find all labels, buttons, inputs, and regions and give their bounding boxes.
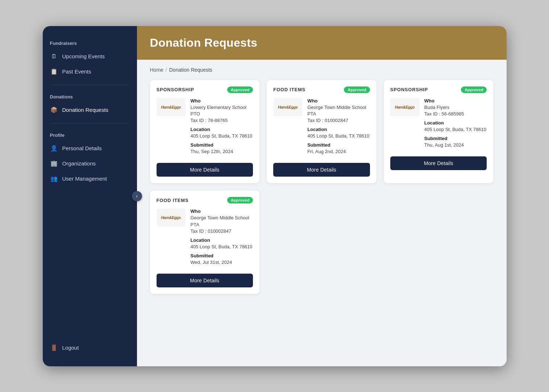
card-1-logo: Ham&Eggs bbox=[157, 98, 186, 116]
card-1-more-details-button[interactable]: More Details bbox=[157, 163, 253, 177]
card-2-type: FOOD ITEMS bbox=[273, 87, 305, 92]
card-2-who-label: Who bbox=[307, 98, 370, 104]
card-3-location-label: Location bbox=[424, 120, 487, 126]
card-1-body: Ham&Eggs Who Lowery Elementary School PT… bbox=[157, 98, 253, 158]
sidebar-item-personal-details[interactable]: 👤 Personal Details bbox=[43, 141, 137, 156]
breadcrumb-separator: / bbox=[166, 67, 167, 73]
card-2-location-value: 405 Loop St, Buda, TX 78610 bbox=[307, 133, 370, 139]
card-4-badge: Approved bbox=[227, 197, 253, 203]
card-2-badge: Approved bbox=[344, 87, 370, 93]
breadcrumb-current: Donation Requests bbox=[169, 67, 212, 73]
donation-card-2: FOOD ITEMS Approved Ham&Eggs Who George … bbox=[267, 80, 377, 184]
cards-grid: SPONSORSHIP Approved Ham&Eggs Who Lowery… bbox=[150, 80, 494, 184]
card-1-type: SPONSORSHIP bbox=[157, 87, 194, 92]
card-4-who-value: George Town Middle School PTA Tax ID : 0… bbox=[191, 215, 253, 235]
sidebar-bottom: 🚪 Logout bbox=[43, 340, 137, 359]
breadcrumb-home[interactable]: Home bbox=[150, 67, 163, 73]
sidebar-item-past-events[interactable]: 📋 Past Events bbox=[43, 64, 137, 79]
sidebar-item-label: Donation Requests bbox=[62, 107, 109, 113]
card-1-submitted-value: Thu, Sep 12th, 2024 bbox=[191, 148, 253, 155]
card-3-location-value: 405 Loop St, Buda, TX 78610 bbox=[424, 126, 487, 133]
card-4-logo: Ham&Eggs bbox=[157, 208, 186, 227]
card-3-logo: Ham&Eggs bbox=[390, 98, 419, 116]
card-2-submitted-value: Fri, Aug 2nd, 2024 bbox=[307, 148, 370, 155]
calendar-icon: 🗓 bbox=[50, 52, 58, 60]
section-label-profile: Profile bbox=[43, 132, 137, 141]
section-label-donations: Donations bbox=[43, 94, 137, 102]
card-3-submitted-value: Thu, Aug 1st, 2024 bbox=[424, 142, 487, 148]
card-3-badge: Approved bbox=[461, 87, 487, 93]
personal-details-icon: 👤 bbox=[50, 144, 58, 152]
sidebar-item-label: Past Events bbox=[62, 68, 91, 75]
donation-card-4: FOOD ITEMS Approved Ham&Eggs Who George … bbox=[150, 190, 260, 294]
app-wrapper: Fundraisers 🗓 Upcoming Events 📋 Past Eve… bbox=[43, 26, 507, 366]
card-3-who-label: Who bbox=[424, 98, 487, 104]
card-1-submitted-label: Submitted bbox=[191, 142, 253, 148]
main-content: Donation Requests Home / Donation Reques… bbox=[137, 26, 507, 366]
card-2-who-value: George Town Middle School PTA Tax ID : 0… bbox=[307, 104, 370, 124]
sidebar-section-donations: Donations 📦 Donation Requests bbox=[43, 90, 137, 118]
sidebar-item-user-management[interactable]: 👥 User Management bbox=[43, 171, 137, 186]
card-4-who-label: Who bbox=[191, 208, 253, 214]
card-4-type: FOOD ITEMS bbox=[157, 198, 189, 203]
card-3-body: Ham&Eggs Who Buda Flyers Tax ID : 56-685… bbox=[390, 98, 487, 152]
card-2-body: Ham&Eggs Who George Town Middle School P… bbox=[273, 98, 370, 158]
card-2-more-details-button[interactable]: More Details bbox=[273, 163, 370, 177]
card-2-submitted-label: Submitted bbox=[307, 142, 370, 148]
card-4-location-value: 405 Loop St, Buda, TX 78610 bbox=[191, 244, 253, 250]
sidebar-item-label: User Management bbox=[62, 176, 107, 182]
logout-icon: 🚪 bbox=[50, 344, 58, 352]
sidebar-item-logout[interactable]: 🚪 Logout bbox=[43, 340, 137, 355]
card-3-more-details-button[interactable]: More Details bbox=[390, 156, 487, 170]
card-4-location-label: Location bbox=[191, 237, 253, 243]
card-3-who-value: Buda Flyers Tax ID : 56-685985 bbox=[424, 104, 487, 117]
card-1-location-label: Location bbox=[191, 127, 253, 132]
card-1-header: SPONSORSHIP Approved bbox=[157, 87, 253, 93]
card-3-header: SPONSORSHIP Approved bbox=[390, 87, 487, 93]
donation-card-1: SPONSORSHIP Approved Ham&Eggs Who Lowery… bbox=[150, 80, 260, 184]
past-events-icon: 📋 bbox=[50, 68, 58, 76]
card-4-more-details-button[interactable]: More Details bbox=[157, 274, 253, 287]
sidebar-item-label: Logout bbox=[62, 345, 79, 351]
divider-2 bbox=[50, 123, 130, 123]
breadcrumb: Home / Donation Requests bbox=[150, 67, 494, 73]
sidebar-collapse-button[interactable]: ‹ bbox=[132, 191, 142, 201]
sidebar-section-profile: Profile 👤 Personal Details 🏢 Organizatio… bbox=[43, 129, 137, 186]
card-4-header: FOOD ITEMS Approved bbox=[157, 197, 253, 203]
sidebar-item-organizations[interactable]: 🏢 Organizations bbox=[43, 156, 137, 171]
donation-requests-icon: 📦 bbox=[50, 106, 58, 114]
organizations-icon: 🏢 bbox=[50, 160, 58, 168]
card-1-who-label: Who bbox=[191, 98, 253, 104]
card-3-info: Who Buda Flyers Tax ID : 56-685985 Locat… bbox=[424, 98, 487, 152]
sidebar-item-label: Upcoming Events bbox=[62, 53, 105, 59]
sidebar-section-fundraisers: Fundraisers 🗓 Upcoming Events 📋 Past Eve… bbox=[43, 37, 137, 79]
card-4-submitted-value: Wed, Jul 31st, 2024 bbox=[191, 259, 253, 266]
page-title: Donation Requests bbox=[150, 36, 494, 50]
card-3-submitted-label: Submitted bbox=[424, 136, 487, 141]
sidebar: Fundraisers 🗓 Upcoming Events 📋 Past Eve… bbox=[43, 26, 137, 366]
sidebar-item-label: Organizations bbox=[62, 160, 96, 167]
card-4-submitted-label: Submitted bbox=[191, 253, 253, 258]
sidebar-item-label: Personal Details bbox=[62, 145, 102, 151]
card-4-body: Ham&Eggs Who George Town Middle School P… bbox=[157, 208, 253, 269]
card-1-who-value: Lowery Elementary School PTO Tax ID : 78… bbox=[191, 104, 253, 124]
card-2-header: FOOD ITEMS Approved bbox=[273, 87, 370, 93]
cards-bottom-grid: FOOD ITEMS Approved Ham&Eggs Who George … bbox=[150, 190, 494, 294]
donation-card-3: SPONSORSHIP Approved Ham&Eggs Who Buda F… bbox=[384, 80, 494, 184]
card-1-location-value: 405 Loop St, Buda, TX 78610 bbox=[191, 133, 253, 139]
content-area: Home / Donation Requests SPONSORSHIP App… bbox=[137, 60, 507, 366]
card-2-location-label: Location bbox=[307, 127, 370, 132]
card-1-info: Who Lowery Elementary School PTO Tax ID … bbox=[191, 98, 253, 158]
sidebar-item-donation-requests[interactable]: 📦 Donation Requests bbox=[43, 102, 137, 118]
card-3-type: SPONSORSHIP bbox=[390, 87, 428, 92]
card-4-info: Who George Town Middle School PTA Tax ID… bbox=[191, 208, 253, 269]
card-1-badge: Approved bbox=[227, 87, 253, 93]
card-2-info: Who George Town Middle School PTA Tax ID… bbox=[307, 98, 370, 158]
card-2-logo: Ham&Eggs bbox=[273, 98, 302, 116]
section-label-fundraisers: Fundraisers bbox=[43, 41, 137, 49]
divider-1 bbox=[50, 85, 130, 85]
user-management-icon: 👥 bbox=[50, 175, 58, 183]
sidebar-item-upcoming-events[interactable]: 🗓 Upcoming Events bbox=[43, 49, 137, 64]
page-header: Donation Requests bbox=[137, 26, 507, 60]
